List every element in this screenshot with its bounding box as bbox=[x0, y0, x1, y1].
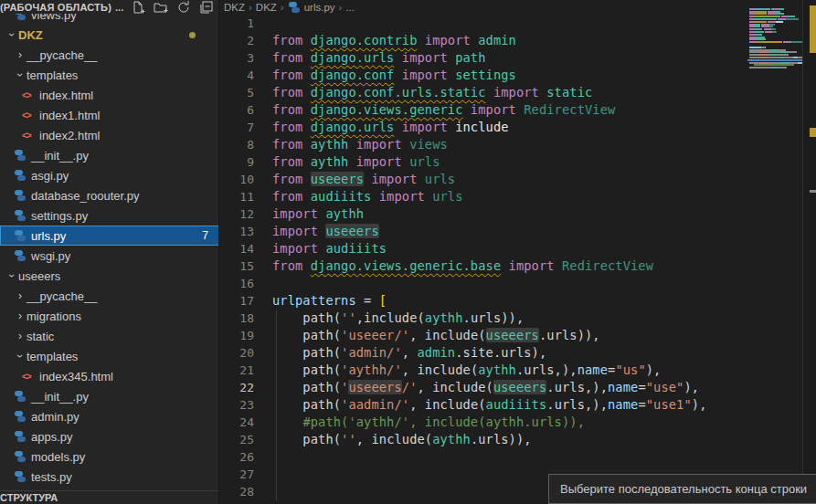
line-number[interactable]: 13 bbox=[220, 223, 254, 240]
code-line-24[interactable]: #path('aythh/', include(aythh.urls)), bbox=[272, 414, 585, 431]
code-line-22[interactable]: path('useeers/', include(useeers.urls,),… bbox=[272, 379, 699, 396]
tree-item-label: index1.html bbox=[39, 109, 100, 122]
line-number[interactable]: 2 bbox=[220, 32, 254, 49]
line-number[interactable]: 3 bbox=[220, 49, 254, 67]
code-token: = bbox=[638, 380, 645, 394]
line-number[interactable]: 10 bbox=[220, 171, 254, 188]
tree-item-index-html[interactable]: <>index.html bbox=[0, 85, 219, 105]
line-number[interactable]: 23 bbox=[220, 396, 254, 414]
code-line-15[interactable]: from django.views.generic.base import Re… bbox=[272, 257, 653, 275]
tree-item-apps-py[interactable]: apps.py bbox=[0, 426, 219, 446]
tree-item-urls-py[interactable]: urls.py7 bbox=[0, 226, 219, 246]
refresh-explorer-icon[interactable] bbox=[176, 0, 191, 15]
code-token: import bbox=[356, 137, 409, 152]
tree-item-static[interactable]: ›static bbox=[0, 326, 219, 346]
tree-item-dkz[interactable]: ›DKZ bbox=[0, 25, 219, 45]
chevron-down-icon[interactable]: › bbox=[14, 350, 26, 362]
line-number[interactable]: 4 bbox=[220, 67, 254, 84]
tree-item-index1-html[interactable]: <>index1.html bbox=[0, 105, 219, 125]
chevron-down-icon[interactable]: › bbox=[5, 28, 18, 41]
line-number[interactable]: 7 bbox=[220, 119, 254, 136]
chevron-down-icon[interactable]: › bbox=[5, 269, 18, 282]
tree-item-migrations[interactable]: ›migrations bbox=[0, 306, 219, 326]
tree-item--init-py[interactable]: __init__.py bbox=[0, 386, 219, 406]
code-line-11[interactable]: from audiiits import urls bbox=[272, 188, 463, 205]
code-token: 'aadmin/' bbox=[341, 397, 409, 412]
line-number[interactable]: 25 bbox=[220, 431, 254, 448]
line-number[interactable]: 16 bbox=[220, 275, 254, 292]
tree-item--pycache-[interactable]: ›__pycache__ bbox=[0, 286, 219, 306]
chevron-right-icon[interactable]: › bbox=[14, 289, 26, 302]
code-line-10[interactable]: from useeers import urls bbox=[272, 171, 455, 188]
code-line-8[interactable]: from aythh import views bbox=[272, 136, 448, 153]
code-line-9[interactable]: from aythh import urls bbox=[272, 153, 440, 171]
line-number[interactable]: 21 bbox=[220, 362, 254, 379]
line-number[interactable]: 1 bbox=[220, 15, 254, 32]
line-number[interactable]: 9 bbox=[220, 153, 254, 171]
tree-item-tests-py[interactable]: tests.py bbox=[0, 467, 219, 487]
line-number[interactable]: 17 bbox=[220, 292, 254, 310]
more-actions-icon[interactable]: ... bbox=[115, 2, 123, 13]
code-line-18[interactable]: path('',include(aythh.urls)), bbox=[272, 310, 524, 327]
code-line-6[interactable]: from django.views.generic import Redirec… bbox=[272, 101, 615, 119]
tree-item-settings-py[interactable]: settings.py bbox=[0, 205, 219, 226]
code-line-20[interactable]: path('admin/', admin.site.urls), bbox=[272, 344, 546, 362]
code-line-21[interactable]: path('aythh/', include(aythh.urls,),name… bbox=[272, 362, 661, 379]
scrollbar-overview-ruler[interactable] bbox=[802, 0, 816, 504]
line-number[interactable]: 24 bbox=[220, 414, 254, 431]
new-file-icon[interactable] bbox=[131, 0, 145, 15]
chevron-right-icon[interactable]: › bbox=[14, 330, 26, 342]
code-line-19[interactable]: path('useeer/', include(useeers.urls)), bbox=[272, 327, 600, 344]
line-number[interactable]: 8 bbox=[220, 136, 254, 153]
line-number[interactable]: 19 bbox=[220, 327, 254, 344]
line-number[interactable]: 27 bbox=[220, 466, 254, 483]
new-folder-icon[interactable] bbox=[154, 0, 168, 15]
tree-item-templates[interactable]: ›templates bbox=[0, 65, 219, 85]
line-number[interactable]: 14 bbox=[220, 240, 254, 257]
line-number[interactable]: 22 bbox=[220, 379, 254, 396]
minimap[interactable] bbox=[747, 0, 802, 504]
code-line-14[interactable]: import audiiits bbox=[272, 240, 387, 257]
code-line-5[interactable]: from django.conf.urls.static import stat… bbox=[272, 84, 592, 101]
line-number[interactable]: 12 bbox=[220, 205, 254, 223]
tree-item-index345-html[interactable]: <>index345.html bbox=[0, 366, 219, 386]
code-token: urls bbox=[409, 154, 440, 169]
collapse-folders-icon[interactable] bbox=[199, 0, 214, 15]
line-number[interactable]: 26 bbox=[220, 448, 254, 466]
tree-item-database-roouter-py[interactable]: database_roouter.py bbox=[0, 185, 219, 205]
code-line-25[interactable]: path('', include(aythh.urls)), bbox=[272, 431, 532, 448]
chevron-right-icon[interactable]: › bbox=[14, 310, 26, 322]
tree-item-templates[interactable]: ›templates bbox=[0, 346, 219, 366]
explorer-section-header[interactable]: (РАБОЧАЯ ОБЛАСТЬ) ... bbox=[0, 0, 219, 14]
code-line-4[interactable]: from django.conf import settings bbox=[272, 67, 516, 84]
code-line-23[interactable]: path('aadmin/', include(audiiits.urls,),… bbox=[272, 396, 706, 414]
line-number[interactable]: 6 bbox=[220, 101, 254, 119]
tree-item-index2-html[interactable]: <>index2.html bbox=[0, 125, 219, 145]
tree-item--pycache-[interactable]: ›__pycache__ bbox=[0, 45, 219, 65]
code-line-13[interactable]: import useeers bbox=[272, 223, 379, 240]
chevron-down-icon[interactable]: › bbox=[14, 68, 26, 81]
code-line-12[interactable]: import aythh bbox=[272, 205, 364, 223]
code-line-7[interactable]: from django.urls import include bbox=[272, 119, 509, 136]
code-line-17[interactable]: urlpatterns = [ bbox=[272, 292, 387, 310]
code-line-3[interactable]: from django.urls import path bbox=[272, 49, 486, 67]
code-token bbox=[371, 189, 378, 204]
code-line-2[interactable]: from django.contrib import admin bbox=[272, 32, 516, 49]
tree-item--init-py[interactable]: __init__.py bbox=[0, 145, 219, 165]
code-area[interactable]: from django.contrib import adminfrom dja… bbox=[272, 0, 747, 504]
line-number[interactable]: 20 bbox=[220, 344, 254, 362]
line-number[interactable]: 15 bbox=[220, 257, 254, 275]
code-token bbox=[417, 33, 424, 47]
outline-section-header[interactable]: СТРУКТУРА bbox=[0, 490, 219, 504]
tree-item-asgi-py[interactable]: asgi.py bbox=[0, 165, 219, 185]
tree-item-useeers[interactable]: ›useeers bbox=[0, 266, 219, 286]
line-number[interactable]: 18 bbox=[220, 310, 254, 327]
tree-item-wsgi-py[interactable]: wsgi.py bbox=[0, 246, 219, 266]
line-number[interactable]: 11 bbox=[220, 188, 254, 205]
tree-item-admin-py[interactable]: admin.py bbox=[0, 406, 219, 426]
line-number[interactable]: 5 bbox=[220, 84, 254, 101]
chevron-right-icon[interactable]: › bbox=[14, 48, 26, 61]
code-token: admin bbox=[418, 345, 456, 360]
tree-item-models-py[interactable]: models.py bbox=[0, 446, 219, 467]
line-number[interactable]: 28 bbox=[220, 483, 254, 500]
